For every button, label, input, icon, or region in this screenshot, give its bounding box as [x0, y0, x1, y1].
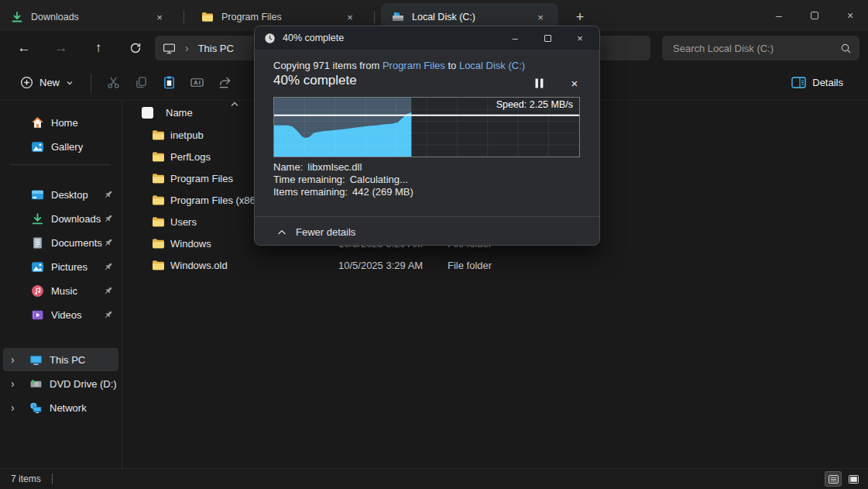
sidebar-item-label: Pictures: [51, 261, 87, 273]
search-bar[interactable]: [662, 36, 859, 60]
pin-icon: [103, 285, 114, 296]
search-input[interactable]: [673, 43, 840, 54]
sidebar-item-pictures[interactable]: Pictures: [3, 255, 118, 278]
plus-circle-icon: [20, 76, 33, 89]
details-pane-label: Details: [812, 77, 843, 88]
drive-icon: [392, 11, 404, 23]
window-minimize-button[interactable]: –: [761, 0, 797, 31]
sidebar-item-downloads[interactable]: Downloads: [3, 207, 118, 230]
tab-close-icon[interactable]: ×: [340, 7, 360, 27]
fewer-details-button[interactable]: Fewer details: [277, 226, 355, 238]
sidebar-item-label: This PC: [50, 354, 85, 366]
sidebar-item-label: Music: [51, 285, 77, 297]
file-date: 10/5/2025 3:29 AM: [338, 260, 423, 271]
folder-icon: [152, 215, 165, 229]
detail-name: Name:libxmlsec.dll: [273, 161, 413, 174]
dialog-maximize-button[interactable]: [531, 26, 564, 50]
large-icons-view-button[interactable]: [845, 471, 862, 487]
status-divider: [52, 474, 53, 484]
chevron-right-icon[interactable]: ›: [11, 401, 15, 414]
tab-close-icon[interactable]: ×: [149, 7, 170, 27]
dialog-close-button[interactable]: ×: [564, 26, 596, 50]
this-pc-icon: [163, 42, 176, 55]
share-button[interactable]: [211, 70, 238, 96]
sidebar-item-label: Videos: [51, 309, 82, 321]
forward-button[interactable]: →: [48, 35, 74, 61]
sidebar-item-label: DVD Drive (D:) SSS_: [50, 378, 118, 390]
items-count: 7 items: [11, 474, 41, 484]
copy-button[interactable]: [127, 70, 155, 96]
source-folder-link[interactable]: Program Files: [383, 60, 445, 71]
back-button[interactable]: ←: [11, 35, 37, 61]
sidebar-item-desktop[interactable]: Desktop: [3, 183, 118, 206]
sort-ascending-icon[interactable]: [231, 102, 238, 107]
status-bar: 7 items: [0, 468, 868, 489]
home-icon: [31, 116, 44, 129]
window-close-button[interactable]: ×: [832, 0, 868, 31]
progress-heading: 40% complete: [273, 73, 357, 88]
tab-close-icon[interactable]: ×: [530, 7, 551, 27]
pin-icon: [103, 237, 114, 248]
copy-speed-chart: Speed: 2.25 MB/s: [273, 97, 580, 157]
cancel-copy-button[interactable]: ×: [564, 74, 585, 92]
search-icon[interactable]: [840, 43, 852, 54]
folder-icon: [152, 259, 165, 272]
folder-icon: [152, 237, 165, 250]
details-view-button[interactable]: [825, 471, 842, 487]
music-icon: [31, 284, 44, 298]
dialog-minimize-button[interactable]: –: [499, 26, 531, 50]
clock-progress-icon: [264, 33, 276, 44]
chevron-right-icon[interactable]: ›: [11, 377, 15, 390]
file-name: Windows.old: [170, 260, 228, 271]
this-pc-icon: [29, 353, 43, 367]
fewer-details-label: Fewer details: [296, 226, 355, 238]
folder-icon: [152, 194, 165, 207]
sidebar-item-documents[interactable]: Documents: [3, 231, 118, 254]
dialog-title-bar[interactable]: 40% complete – ×: [255, 26, 599, 50]
refresh-button[interactable]: [122, 35, 149, 61]
sidebar-item-home[interactable]: Home: [3, 111, 118, 134]
sidebar-item-music[interactable]: Music: [3, 279, 118, 302]
pause-button[interactable]: [529, 74, 549, 92]
tab-label: Local Disk (C:): [412, 12, 530, 22]
pin-icon: [103, 213, 114, 224]
videos-icon: [31, 308, 44, 322]
chevron-right-icon[interactable]: ›: [11, 353, 15, 366]
file-name: Windows: [170, 238, 211, 250]
window-maximize-button[interactable]: [797, 0, 832, 31]
sidebar-item-label: Desktop: [51, 189, 88, 201]
file-name: Users: [170, 216, 197, 228]
sidebar-item-this-pc[interactable]: › This PC: [3, 348, 118, 371]
sidebar-item-dvd-drive[interactable]: › DVD Drive (D:) SSS_: [3, 372, 118, 395]
file-row-windows-old[interactable]: Windows.old 10/5/2025 3:29 AM File folde…: [122, 254, 868, 276]
details-pane-icon: [791, 77, 806, 88]
copy-progress-dialog: 40% complete – × Copying 971 items from …: [254, 26, 600, 246]
tab-downloads[interactable]: Downloads ×: [0, 3, 177, 31]
up-button[interactable]: ↑: [85, 35, 112, 61]
select-all-checkbox[interactable]: [142, 107, 153, 119]
cut-button[interactable]: [99, 70, 127, 96]
file-type: File folder: [448, 260, 492, 271]
speed-label: Speed: 2.25 MB/s: [496, 99, 573, 110]
destination-folder-link[interactable]: Local Disk (C:): [459, 60, 525, 71]
pictures-icon: [31, 260, 44, 274]
svg-text:A: A: [194, 79, 198, 86]
folder-icon: [152, 150, 165, 164]
sidebar-item-network[interactable]: › Network: [3, 396, 118, 419]
tab-label: Program Files: [221, 12, 340, 22]
new-button[interactable]: New: [11, 70, 83, 96]
name-column-header[interactable]: Name: [166, 107, 193, 119]
details-pane-button[interactable]: Details: [784, 70, 851, 96]
sidebar-item-gallery[interactable]: Gallery: [3, 135, 118, 158]
file-name: PerfLogs: [170, 151, 211, 163]
paste-button[interactable]: [155, 70, 183, 96]
breadcrumb[interactable]: This PC: [198, 43, 234, 54]
tab-separator: [374, 11, 375, 23]
tab-label: Downloads: [31, 12, 149, 22]
downloads-icon: [11, 11, 23, 23]
dialog-divider: [255, 216, 599, 217]
rename-button[interactable]: A: [183, 70, 211, 96]
sidebar-item-label: Documents: [51, 237, 102, 249]
rename-icon: A: [190, 75, 204, 90]
sidebar-item-videos[interactable]: Videos: [3, 303, 118, 326]
